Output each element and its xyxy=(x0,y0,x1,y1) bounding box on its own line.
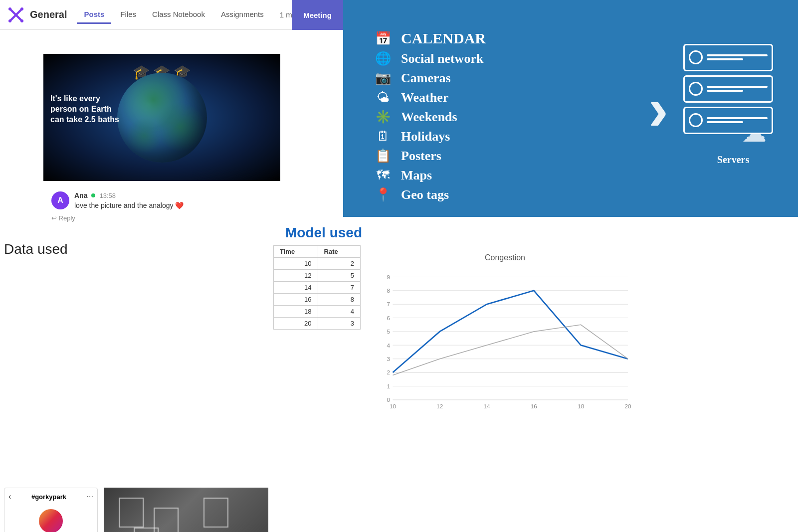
right-infographic-inner: 📅 CALENDAR 🌐 Social network 📷 Cameras 🌤 … xyxy=(343,0,798,217)
info-label-calendar: CALENDAR xyxy=(401,30,486,47)
chart-title: Congestion xyxy=(370,253,640,262)
cell-rate: 3 xyxy=(318,318,360,330)
table-row: 147 xyxy=(274,282,361,294)
info-label-maps: Maps xyxy=(401,168,432,183)
model-table: Time Rate 102125147168184203 xyxy=(273,245,361,330)
svg-text:12: 12 xyxy=(436,403,443,409)
post-text: It's like every person on Earth can take… xyxy=(50,94,120,125)
meeting-button[interactable]: Meeting xyxy=(303,11,332,19)
svg-text:5: 5 xyxy=(387,328,391,335)
server-line-b xyxy=(707,58,743,60)
comment-time: 13:58 xyxy=(99,192,116,199)
holidays-icon: 🗓 xyxy=(373,129,393,144)
svg-text:6: 6 xyxy=(387,315,391,321)
svg-point-4 xyxy=(8,19,11,22)
svg-text:1: 1 xyxy=(387,383,391,389)
server-line-d xyxy=(707,90,743,92)
svg-point-5 xyxy=(20,19,23,22)
post-image-inner: 🎓 🎓 🎓 It's like every person on Earth ca… xyxy=(43,54,280,181)
table-row: 184 xyxy=(274,306,361,318)
info-label-social: Social network xyxy=(401,51,483,66)
info-item-weekends: ✳️ Weekends xyxy=(373,109,486,125)
commenter: A Ana 13:58 love the picture and the ana… xyxy=(51,191,272,209)
info-item-posters: 📋 Posters xyxy=(373,148,486,164)
cloud-icon: ☁ xyxy=(742,119,767,148)
svg-text:16: 16 xyxy=(531,403,538,409)
info-list: 📅 CALENDAR 🌐 Social network 📷 Cameras 🌤 … xyxy=(373,30,486,202)
big-arrow-icon: › xyxy=(648,74,668,143)
crowd-img-inner xyxy=(104,488,268,532)
server-circle-3 xyxy=(689,113,703,127)
ig-profile: Публикации 222 тыс. Подписаться xyxy=(4,505,97,532)
data-table: Time Rate 102125147168184203 xyxy=(273,245,361,435)
chart-area: Congestion 0123456789 101214161820 xyxy=(362,245,648,435)
server-lines-1 xyxy=(707,54,768,60)
tab-posts[interactable]: Posts xyxy=(77,6,111,24)
ig-back-button[interactable]: ‹ xyxy=(8,492,11,501)
weather-icon: 🌤 xyxy=(373,90,393,105)
chart-svg: 0123456789 101214161820 xyxy=(370,266,640,416)
server-unit-2 xyxy=(683,75,773,103)
earth-globe xyxy=(117,73,207,163)
server-unit-1 xyxy=(683,44,773,71)
cell-rate: 8 xyxy=(318,294,360,306)
server-circle-2 xyxy=(689,82,703,96)
info-item-maps: 🗺 Maps xyxy=(373,168,486,183)
tab-assignments[interactable]: Assignments xyxy=(214,6,271,24)
info-item-calendar: 📅 CALENDAR xyxy=(373,30,486,47)
cell-time: 12 xyxy=(274,270,318,282)
nav-tabs: Posts Files Class Notebook Assignments 1… xyxy=(77,6,317,24)
info-item-weather: 🌤 Weather xyxy=(373,90,486,105)
info-item-geo: 📍 Geo tags xyxy=(373,187,486,202)
server-unit-3: ☁ xyxy=(683,107,773,134)
tab-files[interactable]: Files xyxy=(113,6,143,24)
data-title: Data used xyxy=(0,233,272,263)
server-stack: ☁ xyxy=(683,44,783,134)
y-axis-labels: 0123456789 xyxy=(387,274,391,403)
reply-button[interactable]: ↩ Reply xyxy=(51,214,272,222)
tab-class-notebook[interactable]: Class Notebook xyxy=(145,6,212,24)
commenter-avatar: A xyxy=(51,191,69,209)
table-row: 125 xyxy=(274,270,361,282)
cell-time: 10 xyxy=(274,258,318,270)
cameras-icon: 📷 xyxy=(373,70,393,86)
info-item-cameras: 📷 Cameras xyxy=(373,70,486,86)
svg-text:7: 7 xyxy=(387,301,391,307)
post-image: 🎓 🎓 🎓 It's like every person on Earth ca… xyxy=(43,54,280,181)
info-item-social: 🌐 Social network xyxy=(373,51,486,66)
posters-icon: 📋 xyxy=(373,148,393,164)
info-label-holidays: Holidays xyxy=(401,129,450,144)
svg-text:2: 2 xyxy=(387,369,391,375)
comment-meta: Ana 13:58 xyxy=(74,191,184,199)
face-box-3 xyxy=(203,498,228,528)
app-logo xyxy=(8,7,24,23)
ig-header: ‹ #gorkypark ··· xyxy=(4,488,97,505)
svg-text:4: 4 xyxy=(387,342,391,349)
ig-avatar xyxy=(39,509,63,532)
ig-more-button[interactable]: ··· xyxy=(87,492,93,501)
svg-point-3 xyxy=(20,7,23,10)
x-axis-labels: 101214161820 xyxy=(390,403,631,409)
cell-rate: 4 xyxy=(318,306,360,318)
server-circle-1 xyxy=(689,50,703,64)
maps-icon: 🗺 xyxy=(373,168,393,183)
commenter-name: Ana xyxy=(74,191,87,199)
right-infographic: 📅 CALENDAR 🌐 Social network 📷 Cameras 🌤 … xyxy=(343,0,798,217)
svg-point-2 xyxy=(8,7,11,10)
col-rate: Rate xyxy=(318,246,360,258)
weekends-icon: ✳️ xyxy=(373,109,393,125)
meeting-area: Meeting xyxy=(292,0,343,30)
calendar-icon: 📅 xyxy=(373,31,393,46)
geo-icon: 📍 xyxy=(373,187,393,202)
table-row: 102 xyxy=(274,258,361,270)
comment-body: Ana 13:58 love the picture and the analo… xyxy=(74,191,184,209)
cell-rate: 5 xyxy=(318,270,360,282)
info-label-weekends: Weekends xyxy=(401,110,457,125)
crowd-image xyxy=(104,488,268,532)
cell-rate: 7 xyxy=(318,282,360,294)
svg-text:8: 8 xyxy=(387,287,391,294)
cell-time: 20 xyxy=(274,318,318,330)
col-time: Time xyxy=(274,246,318,258)
svg-text:3: 3 xyxy=(387,355,391,362)
comment-area: A Ana 13:58 love the picture and the ana… xyxy=(43,183,280,230)
